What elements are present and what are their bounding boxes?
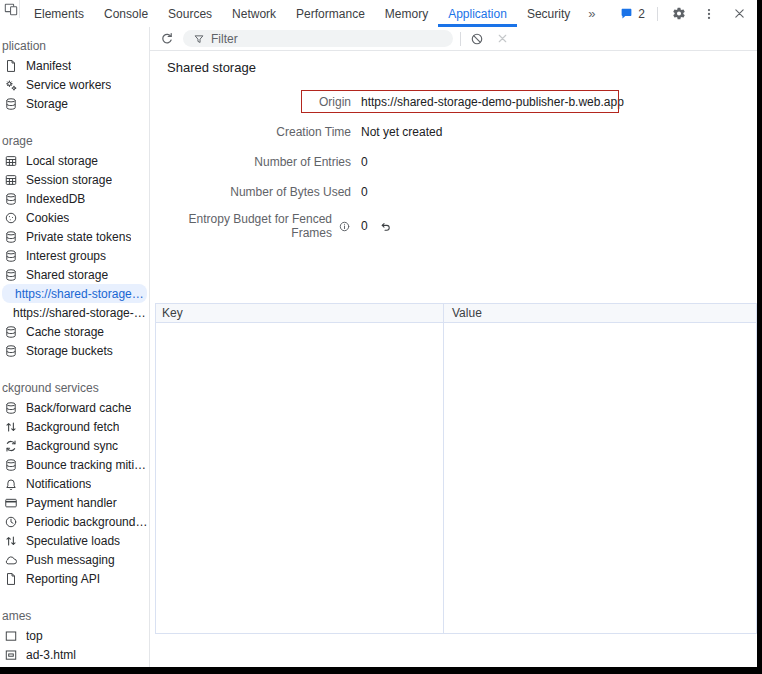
entries-table-header: Key Value: [156, 304, 756, 323]
issues-bubble-icon: [619, 7, 633, 21]
clear-all-button[interactable]: [468, 30, 486, 48]
sidebar-item-speculative-loads[interactable]: Speculative loads: [0, 531, 149, 550]
metadata-value: 0: [361, 219, 762, 233]
tab-console[interactable]: Console: [94, 0, 158, 27]
delete-selected-button[interactable]: [493, 30, 511, 48]
tab-elements[interactable]: Elements: [24, 0, 94, 27]
reset-entropy-button[interactable]: [379, 219, 393, 233]
toggle-device-toolbar-button[interactable]: [2, 0, 20, 18]
metadata-value-text: https://shared-storage-demo-publisher-b.…: [361, 95, 624, 109]
tab-network[interactable]: Network: [222, 0, 286, 27]
sidebar-item-label: Private state tokens: [26, 230, 131, 244]
metadata-label: Number of Entries: [166, 155, 351, 169]
metadata-row-number-of-bytes-used: Number of Bytes Used0: [166, 182, 762, 202]
sidebar-item-shared-storage[interactable]: Shared storage: [0, 265, 149, 284]
sidebar-item-label: IndexedDB: [26, 192, 85, 206]
devtools-body: plicationManifestService workersStorageo…: [0, 27, 762, 667]
sidebar-item-payment-handler[interactable]: Payment handler: [0, 493, 149, 512]
close-icon: [732, 7, 746, 21]
sidebar-item-label: Payment handler: [26, 496, 117, 510]
sidebar-item-indexeddb[interactable]: IndexedDB: [0, 189, 149, 208]
sidebar-item-https-shared-storage-d[interactable]: https://shared-storage-d…: [0, 303, 149, 322]
sidebar-item-cookies[interactable]: Cookies: [0, 208, 149, 227]
database-icon: [4, 401, 18, 415]
sidebar-item-label: Background fetch: [26, 420, 119, 434]
sidebar-item-storage[interactable]: Storage: [0, 94, 149, 113]
sidebar-item-background-fetch[interactable]: Background fetch: [0, 417, 149, 436]
application-sidebar: plicationManifestService workersStorageo…: [0, 27, 150, 667]
sidebar-item-bounce-tracking-mitiga[interactable]: Bounce tracking mitiga…: [0, 455, 149, 474]
sidebar-item-periodic-background-s[interactable]: Periodic background s…: [0, 512, 149, 531]
arrows-updown-icon: [4, 420, 18, 434]
sidebar-item-label: Notifications: [26, 477, 91, 491]
sidebar-item-label: Service workers: [26, 78, 111, 92]
window-edge-bottom: [0, 667, 762, 674]
sidebar-item-https-shared-storage-d[interactable]: https://shared-storage-d…: [2, 284, 147, 303]
column-divider[interactable]: [443, 323, 444, 633]
sidebar-item-notifications[interactable]: Notifications: [0, 474, 149, 493]
devtools-tabbar: ElementsConsoleSourcesNetworkPerformance…: [0, 0, 762, 27]
customize-menu-button[interactable]: [700, 5, 718, 23]
cloud-icon: [4, 553, 18, 567]
column-header-key[interactable]: Key: [156, 304, 444, 322]
sidebar-item-label: Cache storage: [26, 325, 104, 339]
sidebar-item-local-storage[interactable]: Local storage: [0, 151, 149, 170]
sidebar-item-session-storage[interactable]: Session storage: [0, 170, 149, 189]
bell-icon: [4, 477, 18, 491]
sidebar-item-cache-storage[interactable]: Cache storage: [0, 322, 149, 341]
sidebar-item-label: Speculative loads: [26, 534, 120, 548]
sidebar-item-push-messaging[interactable]: Push messaging: [0, 550, 149, 569]
issues-counter[interactable]: 2: [619, 7, 645, 21]
issues-count: 2: [638, 7, 645, 21]
metadata-label: Origin: [166, 95, 351, 109]
table-icon: [4, 173, 18, 187]
filter-input[interactable]: [211, 32, 444, 46]
page-title: Shared storage: [150, 51, 762, 76]
tab-sources[interactable]: Sources: [158, 0, 222, 27]
frame-icon: [4, 629, 18, 643]
sidebar-item-reporting-api[interactable]: Reporting API: [0, 569, 149, 588]
settings-button[interactable]: [670, 5, 688, 23]
cookie-icon: [4, 211, 18, 225]
sidebar-item-label: ad-3.html: [26, 648, 76, 662]
sidebar-item-label: Back/forward cache: [26, 401, 131, 415]
devtools-window: ElementsConsoleSourcesNetworkPerformance…: [0, 0, 762, 674]
device-toolbar-icon: [4, 2, 18, 16]
sidebar-item-background-sync[interactable]: Background sync: [0, 436, 149, 455]
sidebar-item-ad-3-html[interactable]: ad-3.html: [0, 645, 149, 664]
database-icon: [4, 268, 18, 282]
column-header-value[interactable]: Value: [444, 304, 756, 322]
tab-memory[interactable]: Memory: [375, 0, 438, 27]
metadata-row-number-of-entries: Number of Entries0: [166, 152, 762, 172]
metadata-value-text: Not yet created: [361, 125, 442, 139]
filter-box[interactable]: [183, 30, 453, 47]
sidebar-item-private-state-tokens[interactable]: Private state tokens: [0, 227, 149, 246]
database-icon: [4, 230, 18, 244]
sidebar-item-label: Cookies: [26, 211, 69, 225]
sidebar-item-top[interactable]: top: [0, 626, 149, 645]
close-devtools-button[interactable]: [730, 5, 748, 23]
tab-security[interactable]: Security: [517, 0, 580, 27]
refresh-icon: [160, 32, 174, 46]
tabbar-right-controls: 2: [619, 0, 762, 27]
sidebar-item-interest-groups[interactable]: Interest groups: [0, 246, 149, 265]
sidebar-item-manifest[interactable]: Manifest: [0, 56, 149, 75]
metadata-label: Creation Time: [166, 125, 351, 139]
database-icon: [4, 97, 18, 111]
sidebar-item-storage-buckets[interactable]: Storage buckets: [0, 341, 149, 360]
metadata-value: 0: [361, 185, 762, 199]
info-icon[interactable]: [337, 219, 351, 233]
panel-tabs: ElementsConsoleSourcesNetworkPerformance…: [24, 0, 580, 27]
block-icon: [470, 32, 484, 46]
sidebar-item-back-forward-cache[interactable]: Back/forward cache: [0, 398, 149, 417]
card-icon: [4, 496, 18, 510]
tab-performance[interactable]: Performance: [286, 0, 375, 27]
sidebar-item-service-workers[interactable]: Service workers: [0, 75, 149, 94]
arrows-updown-icon: [4, 534, 18, 548]
tab-application[interactable]: Application: [438, 0, 517, 27]
more-tabs-button[interactable]: »: [580, 0, 604, 27]
database-icon: [4, 325, 18, 339]
preview-pane: [150, 634, 762, 667]
entries-table-body[interactable]: [156, 323, 756, 633]
refresh-button[interactable]: [158, 30, 176, 48]
